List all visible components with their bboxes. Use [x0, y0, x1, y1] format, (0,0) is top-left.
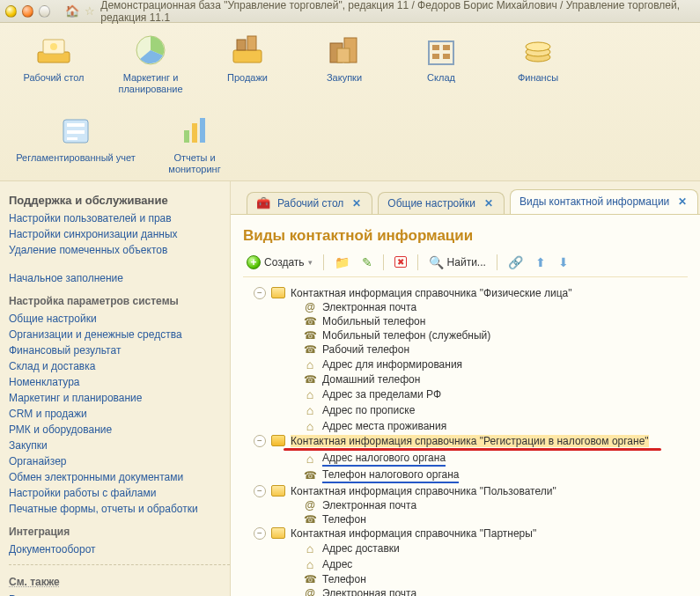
phone-icon	[303, 343, 317, 356]
tab-close-icon[interactable]: ✕	[483, 197, 495, 210]
sidebar-link[interactable]: Общие настройки	[9, 313, 230, 325]
module-reports[interactable]: Отчеты и мониторинг	[155, 112, 234, 174]
module-warehouse[interactable]: Склад	[402, 32, 481, 94]
svg-rect-20	[67, 130, 85, 134]
tree-item-label: Адрес для информирования	[322, 358, 462, 371]
tree-item[interactable]: Адрес за пределами РФ	[243, 386, 688, 402]
tree-item[interactable]: Адрес для информирования	[243, 357, 688, 372]
module-label: Продажи	[227, 72, 268, 84]
sidebar-link[interactable]: Реестр торговых документов	[9, 593, 230, 596]
sidebar-link[interactable]: Закупки	[9, 439, 230, 452]
tab-desktop[interactable]: 🧰 Рабочий стол ✕	[247, 192, 372, 214]
window-close-button[interactable]	[5, 5, 17, 18]
sidebar-link[interactable]: Настройки синхронизации данных	[9, 228, 230, 240]
find-button[interactable]: 🔍 Найти...	[425, 254, 490, 271]
sidebar: Поддержка и обслуживание Настройки польз…	[0, 181, 231, 596]
sidebar-link[interactable]: Печатные формы, отчеты и обработки	[9, 503, 230, 515]
tree-item-label: Мобильный телефон	[322, 315, 425, 327]
link-button[interactable]: 🔗	[505, 254, 527, 271]
tab-label: Общие настройки	[387, 197, 475, 210]
sidebar-link[interactable]: Обмен электронными документами	[9, 471, 230, 483]
create-button[interactable]: + Создать ▾	[243, 254, 316, 271]
home-icon[interactable]: 🏠	[65, 4, 79, 18]
collapse-icon[interactable]: −	[254, 287, 266, 299]
folder-icon	[271, 435, 285, 446]
tab-bar: 🧰 Рабочий стол ✕ Общие настройки ✕ Виды …	[231, 190, 700, 215]
sidebar-link[interactable]: Номенклатура	[9, 376, 230, 388]
collapse-icon[interactable]: −	[254, 527, 266, 540]
tree-group-highlighted[interactable]: − Контактная информация справочника "Рег…	[243, 434, 688, 448]
titlebar: 🏠 ☆ Демонстрационная база "Управление то…	[0, 0, 700, 23]
tree-item[interactable]: Электронная почта	[243, 498, 688, 512]
sidebar-link[interactable]: CRM и продажи	[9, 408, 230, 420]
sidebar-link[interactable]: Организации и денежные средства	[9, 328, 230, 341]
tab-contact-types[interactable]: Виды контактной информации ✕	[510, 189, 698, 214]
edit-button[interactable]: ✎	[358, 254, 376, 271]
tree-item[interactable]: Мобильный телефон	[243, 314, 688, 328]
delete-button[interactable]: ✖	[391, 254, 410, 269]
svg-rect-9	[337, 48, 350, 63]
house-icon	[303, 387, 317, 401]
module-regulated[interactable]: Регламентированный учет	[14, 112, 137, 174]
tree-item[interactable]: Рабочий телефон	[243, 342, 688, 357]
sidebar-link[interactable]: Удаление помеченных объектов	[9, 244, 230, 256]
window-maximize-button[interactable]	[22, 5, 33, 18]
tree-group[interactable]: − Контактная информация справочника "Физ…	[243, 286, 688, 300]
tree-item[interactable]: Домашний телефон	[243, 372, 688, 386]
tree-group[interactable]: − Контактная информация справочника "Пол…	[243, 484, 688, 498]
sidebar-link[interactable]: Документооборот	[9, 543, 230, 556]
sidebar-link[interactable]: РМК и оборудование	[9, 423, 230, 436]
sidebar-link[interactable]: Настройки пользователей и прав	[9, 212, 230, 224]
sidebar-link[interactable]: Маркетинг и планирование	[9, 392, 230, 404]
tree-item[interactable]: Телефон налогового органа	[243, 467, 688, 484]
phone-icon	[303, 373, 317, 386]
svg-rect-19	[67, 123, 85, 127]
new-folder-button[interactable]: 📁	[331, 254, 353, 271]
sidebar-link[interactable]: Склад и доставка	[9, 360, 230, 372]
tree-item[interactable]: Телефон	[243, 512, 688, 526]
find-label: Найти...	[447, 256, 486, 269]
tree-item[interactable]: Адрес налогового органа	[243, 451, 688, 467]
module-label: Финансы	[518, 72, 558, 84]
module-sales[interactable]: Продажи	[208, 32, 287, 94]
tree-item[interactable]: Электронная почта	[243, 586, 688, 596]
tree-item[interactable]: Адрес	[243, 556, 688, 572]
move-up-button[interactable]: ⬆	[532, 254, 549, 271]
tree-item-label: Электронная почта	[322, 587, 416, 596]
star-icon[interactable]: ☆	[85, 4, 95, 18]
tree-item-label: Домашний телефон	[322, 373, 420, 386]
sidebar-link[interactable]: Настройки работы с файлами	[9, 487, 230, 499]
sidebar-link[interactable]: Начальное заполнение	[9, 272, 230, 284]
module-purchases[interactable]: Закупки	[305, 32, 384, 94]
tree-item[interactable]: Адрес места проживания	[243, 418, 688, 434]
module-desktop[interactable]: Рабочий стол	[14, 32, 93, 94]
window-minimize-button[interactable]	[39, 5, 50, 18]
svg-rect-5	[237, 40, 246, 50]
collapse-icon[interactable]: −	[254, 485, 266, 497]
svg-rect-12	[443, 45, 450, 50]
tree-item[interactable]: Адрес доставки	[243, 541, 688, 556]
sidebar-link[interactable]: Финансовый результат	[9, 344, 230, 357]
tree-item[interactable]: Электронная почта	[243, 300, 688, 314]
tab-close-icon[interactable]: ✕	[676, 195, 689, 208]
tree-item-label: Рабочий телефон	[322, 343, 409, 356]
tree-item-label: Адрес	[322, 558, 352, 570]
collapse-icon[interactable]: −	[254, 435, 266, 447]
module-label: Отчеты и мониторинг	[155, 152, 234, 174]
tree-group[interactable]: − Контактная информация справочника "Пар…	[243, 526, 688, 541]
reports-icon	[173, 112, 216, 149]
tree-item[interactable]: Телефон	[243, 572, 688, 586]
tab-general-settings[interactable]: Общие настройки ✕	[378, 192, 505, 214]
tree-item[interactable]: Мобильный телефон (служебный)	[243, 328, 688, 342]
tree-item-label: Адрес налогового органа	[322, 452, 446, 467]
tab-close-icon[interactable]: ✕	[350, 197, 363, 210]
module-finance[interactable]: Финансы	[498, 32, 578, 94]
module-marketing[interactable]: Маркетинг и планирование	[111, 32, 190, 94]
svg-rect-13	[432, 54, 439, 59]
tree-item[interactable]: Адрес по прописке	[243, 402, 688, 418]
sidebar-link[interactable]: Органайзер	[9, 455, 230, 467]
email-icon	[303, 587, 317, 596]
move-down-button[interactable]: ⬇	[555, 254, 572, 271]
sales-icon	[226, 32, 269, 69]
svg-rect-6	[247, 36, 256, 50]
